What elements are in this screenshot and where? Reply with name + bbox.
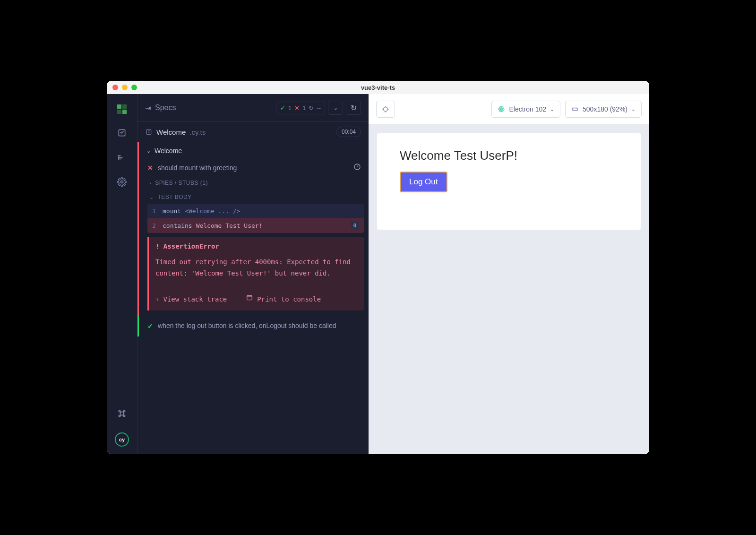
spec-file-name: Welcome.cy.ts — [145, 128, 206, 136]
chevron-down-icon: ⌄ — [550, 106, 554, 112]
specs-link[interactable]: ⇥ Specs — [145, 104, 176, 112]
ruler-icon — [571, 105, 579, 113]
svg-point-2 — [119, 157, 120, 158]
pass-count: 1 — [288, 104, 292, 112]
check-icon: ✓ — [280, 104, 285, 112]
app-window: vue3-vite-ts cy — [107, 81, 649, 454]
command-row-error[interactable]: 2 contains Welcome Test User! 0 — [147, 218, 364, 233]
chevron-down-icon: ⌄ — [149, 194, 154, 200]
svg-point-3 — [119, 159, 120, 160]
run-status-pill: ✓ 1 ✕ 1 ↻ -- — [276, 102, 325, 114]
suite-block-failing: ⌄ Welcome ✕ should mount with greeting ›… — [137, 142, 369, 315]
suite-name: Welcome — [155, 147, 182, 155]
retry-icon: ↻ — [309, 104, 314, 112]
svg-point-1 — [119, 155, 120, 156]
command-arg: Welcome Test User! — [196, 222, 263, 229]
body-label: TEST BODY — [158, 194, 192, 200]
welcome-heading: Welcome Test UserP! — [400, 148, 618, 163]
icon-rail: cy — [107, 94, 137, 454]
settings-nav-icon[interactable] — [116, 176, 128, 188]
line-number: 2 — [152, 222, 163, 229]
suite-title[interactable]: ⌄ Welcome — [139, 142, 369, 159]
x-icon: ✕ — [294, 104, 300, 112]
reporter-panel: ⇥ Specs ✓ 1 ✕ 1 ↻ -- ⌄ — [137, 94, 369, 454]
failing-test-title: should mount with greeting — [158, 164, 237, 172]
view-stack-trace-button[interactable]: › View stack trace — [155, 294, 227, 305]
svg-point-8 — [384, 107, 388, 112]
browser-label: Electron 102 — [509, 105, 546, 113]
spec-base-name: Welcome — [156, 128, 186, 136]
viewport-selector[interactable]: 500x180 (92%) ⌄ — [565, 101, 642, 118]
passing-test-row[interactable]: ✓ when the log out button is clicked, on… — [147, 321, 361, 331]
app-logo — [117, 104, 127, 114]
command-log: 1 mount <Welcome ... /> 2 contains Welco… — [147, 204, 364, 233]
selector-playground-button[interactable] — [376, 101, 395, 118]
stack-trace-label: View stack trace — [163, 294, 227, 305]
browser-selector[interactable]: Electron 102 ⌄ — [491, 101, 560, 118]
svg-point-9 — [501, 109, 502, 110]
command-row[interactable]: 1 mount <Welcome ... /> — [147, 204, 364, 218]
preview-toolbar: Electron 102 ⌄ 500x180 (92%) ⌄ — [369, 94, 649, 125]
component-frame: Welcome Test UserP! Log Out — [377, 133, 641, 230]
command-arg: <Welcome ... /> — [185, 207, 240, 215]
chevron-right-icon: › — [155, 294, 159, 305]
chevron-down-icon: ⌄ — [334, 105, 338, 111]
line-number: 1 — [152, 207, 163, 215]
crosshair-icon — [381, 105, 390, 113]
failing-test-row[interactable]: ✕ should mount with greeting — [139, 159, 369, 176]
electron-icon — [498, 105, 505, 113]
runs-nav-icon[interactable] — [116, 152, 128, 163]
rerun-button[interactable]: ↻ — [346, 101, 361, 115]
suite-block-passing: ✓ when the log out button is clicked, on… — [137, 315, 369, 337]
error-panel: ! AssertionError Timed out retrying afte… — [147, 237, 364, 311]
cypress-logo-icon[interactable]: cy — [115, 432, 129, 447]
file-icon — [145, 128, 153, 136]
print-to-console-button[interactable]: Print to console — [246, 294, 321, 305]
chevron-down-icon: ⌄ — [631, 106, 636, 112]
check-icon: ✓ — [147, 322, 153, 330]
specs-nav-icon[interactable] — [116, 127, 128, 138]
arrow-right-icon: ⇥ — [145, 104, 151, 112]
spies-section[interactable]: › SPIES / STUBS (1) — [139, 176, 369, 190]
chevron-right-icon: › — [149, 180, 151, 186]
keyboard-icon[interactable] — [116, 408, 128, 419]
spec-file-row[interactable]: Welcome.cy.ts 00:04 — [137, 121, 369, 142]
command-name: contains — [163, 222, 192, 229]
viewport-label: 500x180 (92%) — [583, 105, 627, 113]
fail-count: 1 — [302, 104, 306, 112]
reload-icon: ↻ — [351, 104, 357, 112]
passing-test-title: when the log out button is clicked, onLo… — [158, 321, 336, 331]
element-count-badge: 0 — [351, 221, 359, 230]
chevron-down-icon: ⌄ — [146, 148, 151, 154]
error-title: ! AssertionError — [155, 242, 357, 250]
error-message: Timed out retrying after 4000ms: Expecte… — [155, 257, 357, 279]
titlebar: vue3-vite-ts — [107, 81, 649, 94]
reporter-controls: ✓ 1 ✕ 1 ↻ -- ⌄ ↻ — [276, 101, 361, 115]
preview-panel: Electron 102 ⌄ 500x180 (92%) ⌄ Welcome T… — [369, 94, 649, 454]
app-body: cy ⇥ Specs ✓ 1 ✕ 1 ↻ -- — [107, 94, 649, 454]
preview-canvas: Welcome Test UserP! Log Out — [369, 125, 649, 454]
terminal-icon — [246, 294, 253, 305]
spies-label: SPIES / STUBS (1) — [155, 180, 208, 186]
test-body-section[interactable]: ⌄ TEST BODY — [139, 190, 369, 204]
logout-button[interactable]: Log Out — [400, 172, 447, 192]
error-actions: › View stack trace Print to console — [155, 288, 357, 305]
window-title: vue3-vite-ts — [107, 84, 649, 91]
spec-ext: .cy.ts — [189, 128, 206, 136]
x-icon: ✕ — [147, 164, 153, 172]
svg-point-4 — [121, 181, 123, 183]
svg-rect-7 — [247, 295, 252, 300]
options-dropdown-button[interactable]: ⌄ — [328, 101, 343, 115]
specs-label-text: Specs — [155, 104, 176, 112]
retry-count: -- — [317, 104, 321, 112]
print-console-label: Print to console — [257, 294, 321, 305]
info-icon[interactable] — [353, 163, 361, 172]
command-name: mount — [163, 207, 181, 215]
duration-badge: 00:04 — [336, 127, 361, 137]
reporter-header: ⇥ Specs ✓ 1 ✕ 1 ↻ -- ⌄ — [137, 94, 369, 121]
